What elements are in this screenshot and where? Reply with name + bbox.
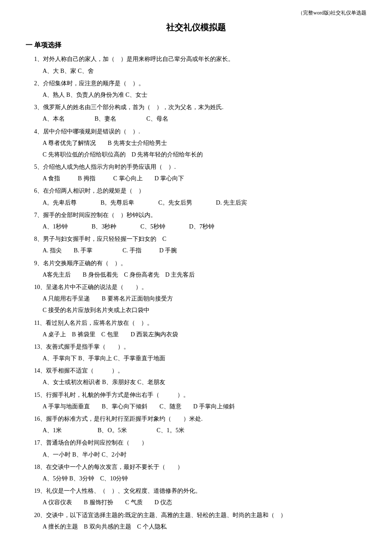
question-block: 7、握手的全部时间应控制在（ ）秒钟以内。A、1秒钟 B、3秒种 C、5秒钟 D…	[26, 210, 366, 232]
question-text: 9、名片交换顺序正确的有（ ）。	[34, 258, 366, 269]
question-text: 19、礼仪是一个人性格、（ ）、文化程度、道德修养的外化。	[34, 486, 366, 496]
question-text: 4、居中介绍中哪项规则是错误的（ ）.	[34, 126, 366, 137]
questions-container: 1、对外人称自己的家人，加（ ）是用来称呼比自己辈分高或年长的家长。A、大 B、…	[26, 54, 366, 532]
option-line: A、5分钟 B、3分钟 C、10分钟	[43, 473, 366, 484]
option-line: C 接受的名片应放到名片夹或上衣口袋中	[43, 305, 366, 315]
question-text: 8、男子与妇女握手时，应只轻轻握一下妇女的 C	[34, 234, 366, 244]
option-line: A 擅长的主题 B 双向共感的主题 C 个人隐私	[43, 521, 366, 532]
question-block: 20、交谈中，以下适宜选择主题的:既定的主题、高雅的主题、轻松的主题、时尚的主题…	[26, 510, 366, 532]
question-text: 10、呈递名片中不正确的说法是（ ）。	[34, 282, 366, 292]
question-block: 8、男子与妇女握手时，应只轻轻握一下妇女的 CA. 指尖 B. 手掌 C. 手指…	[26, 234, 366, 256]
question-text: 17、普通场合的拜会时间应控制在（ ）	[34, 437, 366, 448]
question-text: 1、对外人称自己的家人，加（ ）是用来称呼比自己辈分高或年长的家长。	[34, 54, 366, 64]
option-line: A 只能用右手呈递 B 要将名片正面朝向接受方	[43, 293, 366, 304]
option-line: C 先将职位低的介绍给职位高的 D 先将年轻的介绍给年长的	[43, 149, 366, 160]
question-block: 9、名片交换顺序正确的有（ ）。A客先主后 B 身份低着先 C 身份高者先 D …	[26, 258, 366, 280]
option-line: A、大 B、家 C、舍	[43, 66, 366, 76]
option-line: A 桌子上 B 裤袋里 C 包里 D 西装左胸内衣袋	[43, 329, 366, 340]
question-block: 10、呈递名片中不正确的说法是（ ）。A 只能用右手呈递 B 要将名片正面朝向接…	[26, 282, 366, 316]
option-line: A、本名 B、妻名 C、母名	[43, 113, 366, 124]
option-line: A 食指 B 拇指 C 掌心向上 D 掌心向下	[43, 173, 366, 184]
option-line: A。先卑后尊 B。先尊后卑 C。先女后男 D. 先主后宾	[43, 197, 366, 208]
question-block: 5、介绍他人或为他人指示方向时的手势应该用（ ）.A 食指 B 拇指 C 掌心向…	[26, 162, 366, 184]
top-right-label: （完整word版)社交礼仪单选题	[26, 9, 366, 18]
question-block: 4、居中介绍中哪项规则是错误的（ ）.A 尊者优先了解情况 B 先将女士介绍给男…	[26, 126, 366, 160]
question-text: 14、双手相握不适宜（ ）。	[34, 365, 366, 376]
question-text: 7、握手的全部时间应控制在（ ）秒钟以内。	[34, 210, 366, 220]
question-block: 11、看过别人名片后，应将名片放在（ ）。A 桌子上 B 裤袋里 C 包里 D …	[26, 318, 366, 340]
option-line: A、一小时 B、半小时 C、2小时	[43, 449, 366, 460]
page-title: 社交礼仪模拟题	[26, 20, 366, 35]
question-block: 16、握手的标准方式，是行礼时行至距握手对象约（ ）米处.A、1米 B、O。5米…	[26, 413, 366, 436]
question-block: 19、礼仪是一个人性格、（ ）、文化程度、道德修养的外化。A 仪容仪表 B 服饰…	[26, 486, 366, 508]
question-block: 17、普通场合的拜会时间应控制在（ ）A、一小时 B、半小时 C、2小时	[26, 437, 366, 460]
section-title: 一 单项选择	[26, 39, 366, 52]
question-block: 3、俄罗斯人的姓名由三个部分构成，首为（ ），次为父名，末为姓氏.A、本名 B、…	[26, 102, 366, 124]
question-text: 6、在介绍两人相识时，总的规矩是（ ）	[34, 185, 366, 196]
question-text: 11、看过别人名片后，应将名片放在（ ）。	[34, 318, 366, 328]
option-line: A、1米 B、O。5米 C、1。5米	[43, 425, 366, 436]
question-block: 1、对外人称自己的家人，加（ ）是用来称呼比自己辈分高或年长的家长。A、大 B、…	[26, 54, 366, 76]
question-block: 13、友善式握手是指手掌（ ）。A、手掌向下 B、手掌向上 C、手掌垂直于地面	[26, 341, 366, 364]
question-text: 16、握手的标准方式，是行礼时行至距握手对象约（ ）米处.	[34, 413, 366, 424]
option-line: A、女士或初次相识者 B、亲朋好友 C、老朋友	[43, 377, 366, 387]
question-block: 18、在交谈中一个人的每次发言，最好不要长于（ ）A、5分钟 B、3分钟 C、1…	[26, 462, 366, 484]
question-text: 5、介绍他人或为他人指示方向时的手势应该用（ ）.	[34, 162, 366, 172]
option-line: A 手掌与地面垂直 B、掌心向下倾斜 C、随意 D 手掌向上倾斜	[43, 401, 366, 412]
question-text: 15、行握手礼时，礼貌的伸手方式是伸出右手（ ）。	[34, 390, 366, 400]
question-block: 14、双手相握不适宜（ ）。A、女士或初次相识者 B、亲朋好友 C、老朋友	[26, 365, 366, 387]
option-line: A 尊者优先了解情况 B 先将女士介绍给男士	[43, 138, 366, 148]
option-line: A 仪容仪表 B 服饰打扮 C 气质 D 仪态	[43, 497, 366, 508]
option-line: A、1秒钟 B、3秒种 C、5秒钟 D、7秒钟	[43, 221, 366, 232]
option-line: A、熟人 B、负责人的身份为准 C、女士	[43, 90, 366, 100]
option-line: A. 指尖 B. 手掌 C. 手指 D 手腕	[43, 245, 366, 256]
option-line: A客先主后 B 身份低着先 C 身份高者先 D 主先客后	[43, 269, 366, 280]
question-text: 3、俄罗斯人的姓名由三个部分构成，首为（ ），次为父名，末为姓氏.	[34, 102, 366, 113]
question-block: 2、介绍集体时，应注意的顺序是（ ）。A、熟人 B、负责人的身份为准 C、女士	[26, 78, 366, 100]
question-text: 2、介绍集体时，应注意的顺序是（ ）。	[34, 78, 366, 89]
question-block: 6、在介绍两人相识时，总的规矩是（ ）A。先卑后尊 B。先尊后卑 C。先女后男 …	[26, 185, 366, 208]
question-text: 20、交谈中，以下适宜选择主题的:既定的主题、高雅的主题、轻松的主题、时尚的主题…	[34, 510, 366, 520]
question-block: 15、行握手礼时，礼貌的伸手方式是伸出右手（ ）。A 手掌与地面垂直 B、掌心向…	[26, 390, 366, 412]
option-line: A、手掌向下 B、手掌向上 C、手掌垂直于地面	[43, 353, 366, 364]
question-text: 13、友善式握手是指手掌（ ）。	[34, 341, 366, 352]
question-text: 18、在交谈中一个人的每次发言，最好不要长于（ ）	[34, 462, 366, 472]
